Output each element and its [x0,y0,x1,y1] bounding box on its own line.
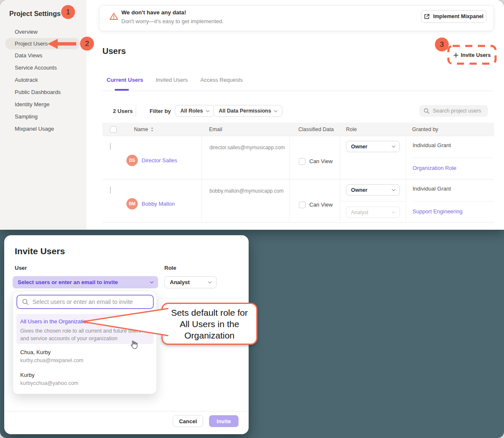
col-granted-by: Granted by [406,126,494,132]
users-tabs: Current Users Invited Users Access Reque… [107,77,243,83]
chevron-down-icon [206,108,209,112]
granted-by-primary: Individual Grant [413,180,494,201]
toolbar-divider [136,105,136,116]
avatar: BM [126,198,138,210]
sidebar-item-sampling[interactable]: Sampling [0,110,86,123]
table-row: BM Bobby Mallon bobby.mallon@mymusicapp.… [102,179,494,223]
table-row: DS Director Salles director.salles@mymus… [102,136,494,179]
hand-cursor-icon [129,340,138,350]
search-input[interactable] [433,108,483,114]
col-role: Role [340,126,406,132]
row-checkbox[interactable] [110,143,111,150]
page-title: Users [102,46,126,56]
search-icon [22,298,29,305]
user-count: 2 Users [113,108,133,114]
chevron-down-icon [392,210,395,213]
modal-title: Invite Users [15,246,65,256]
annotation-arrow-icon [48,38,76,50]
can-view-checkbox[interactable] [299,158,306,165]
user-select[interactable]: Select users or enter an email to invite [13,276,158,288]
user-name-link[interactable]: Director Salles [142,157,177,164]
user-name-link[interactable]: Bobby Mallon [142,201,175,207]
screenshot-canvas: Project Settings Overview Project Users … [0,0,504,438]
sidebar-item-overview[interactable]: Overview [0,26,86,38]
annotation-callout-tail [80,302,169,341]
granted-by-link[interactable]: Support Engineering [413,208,463,215]
sidebar-item-autotrack[interactable]: Autotrack [0,74,86,86]
invite-users-button[interactable]: Invite Users [450,48,494,62]
sidebar-item-service-accounts[interactable]: Service Accounts [0,62,86,74]
annotation-step-2: 2 [80,37,94,51]
table-header: Name Email Classified Data Role Granted … [102,123,494,136]
sidebar-item-data-views[interactable]: Data Views [0,49,86,62]
role-field-label: Role [164,265,176,271]
role-dropdown-disabled: Analyst [346,207,400,218]
search-icon [424,108,429,114]
sidebar-title: Project Settings [9,10,61,18]
role-dropdown[interactable]: Owner [346,141,400,152]
implement-mixpanel-button[interactable]: Implement Mixpanel [421,10,486,23]
banner-subtitle: Don't worry—it's easy to get implemented… [121,18,224,24]
modal-section-divider [159,298,244,298]
cancel-button[interactable]: Cancel [173,415,203,427]
warning-icon [109,12,118,21]
invite-button[interactable]: Invite [209,415,239,427]
roles-filter-dropdown[interactable]: All Roles [175,105,214,117]
sidebar-item-identity-merge[interactable]: Identity Merge [0,98,86,110]
annotation-callout: Sets default role for All Users in the O… [161,303,257,345]
banner-title: We don't have any data! [121,9,186,16]
sidebar-item-public-dashboards[interactable]: Public Dashboards [0,86,86,98]
modal-footer-divider [4,411,249,411]
col-email: Email [201,126,289,132]
col-name: Name [134,126,148,132]
chevron-down-icon [150,280,153,283]
chevron-down-icon [208,280,212,283]
role-dropdown[interactable]: Owner [346,184,400,196]
tabs-divider [102,91,494,91]
plus-icon [453,53,458,58]
filter-by-label: Filter by [150,108,171,114]
annotation-step-1: 1 [61,5,75,19]
role-select[interactable]: Analyst [164,276,217,288]
sidebar-item-mixpanel-usage[interactable]: Mixpanel Usage [0,123,86,135]
chevron-down-icon [392,188,395,191]
tab-invited-users[interactable]: Invited Users [156,77,188,83]
user-email: director.salles@mymusicapp.com [201,136,289,179]
user-field-label: User [15,265,27,271]
tab-access-requests[interactable]: Access Requests [201,77,243,83]
annotation-step-3: 3 [435,38,449,51]
settings-sidebar: Project Settings Overview Project Users … [0,0,86,230]
chevron-down-icon [392,144,395,148]
external-link-icon [424,13,430,19]
avatar: DS [126,155,138,166]
col-classified-data: Classified Data [289,126,340,132]
search-project-users[interactable] [419,105,488,117]
option-user[interactable]: Chua, Kurby kurby.chua@mixpanel.com [20,349,83,363]
row-checkbox[interactable] [110,186,111,193]
select-all-checkbox[interactable] [110,126,117,133]
can-view-checkbox[interactable] [299,202,306,208]
permissions-filter-dropdown[interactable]: All Data Permissions [213,105,282,117]
granted-by-link[interactable]: Organization Role [413,165,456,171]
tab-current-users[interactable]: Current Users [107,77,143,83]
sort-icon[interactable] [150,127,154,132]
chevron-down-icon [274,108,277,112]
granted-by-primary: Individual Grant [413,136,494,158]
users-table: Name Email Classified Data Role Granted … [102,123,494,223]
user-email: bobby.mallon@mymusicapp.com [201,180,289,223]
project-settings-page: Project Settings Overview Project Users … [0,0,504,230]
option-user[interactable]: Kurby kurbycchua@yahoo.com [20,372,78,386]
